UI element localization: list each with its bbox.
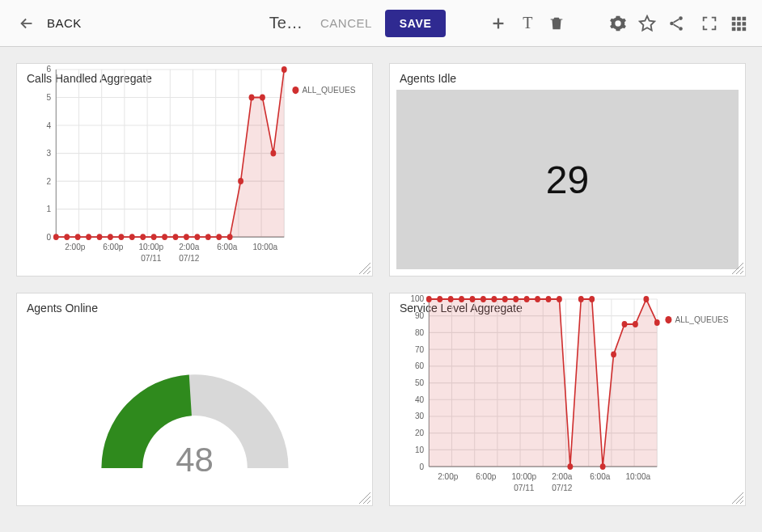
gear-icon[interactable] — [609, 15, 627, 32]
grid-icon[interactable] — [730, 15, 747, 32]
svg-point-118 — [557, 296, 562, 302]
svg-point-45 — [118, 234, 124, 240]
singlestat-area: 29 — [396, 90, 739, 269]
svg-point-55 — [227, 234, 233, 240]
save-button[interactable]: SAVE — [385, 10, 447, 37]
svg-point-111 — [480, 296, 486, 302]
resize-handle-icon[interactable] — [358, 491, 370, 504]
svg-point-2 — [679, 27, 684, 31]
svg-point-56 — [238, 178, 243, 184]
svg-rect-11 — [743, 27, 747, 31]
dashboard-grid: Calls Handled Aggregate 01234562:00p6:00… — [0, 47, 762, 522]
resize-handle-icon[interactable] — [730, 261, 743, 274]
svg-rect-10 — [737, 27, 741, 31]
svg-point-107 — [437, 296, 442, 302]
svg-text:07/12: 07/12 — [552, 483, 572, 493]
singlestat-value: 29 — [546, 158, 589, 202]
svg-point-52 — [194, 234, 200, 240]
svg-text:2:00a: 2:00a — [179, 242, 200, 252]
back-button[interactable]: BACK — [18, 15, 82, 32]
resize-handle-icon[interactable] — [358, 261, 370, 274]
svg-point-115 — [524, 296, 530, 302]
svg-point-125 — [633, 321, 638, 327]
svg-point-42 — [86, 234, 91, 240]
svg-point-49 — [162, 234, 167, 240]
svg-point-69 — [292, 87, 298, 94]
share-icon[interactable] — [667, 15, 685, 32]
svg-text:2:00p: 2:00p — [438, 471, 458, 482]
plus-icon[interactable] — [489, 15, 507, 32]
svg-text:20: 20 — [415, 427, 424, 437]
svg-text:90: 90 — [415, 310, 424, 320]
svg-text:10:00a: 10:00a — [625, 471, 651, 482]
svg-point-60 — [282, 66, 287, 73]
svg-point-116 — [535, 296, 540, 302]
card-service-level[interactable]: Service Level Aggregate 0102030405060708… — [389, 293, 746, 506]
svg-rect-6 — [732, 22, 736, 26]
resize-handle-icon[interactable] — [730, 491, 743, 504]
insert-tools: T — [489, 15, 565, 32]
svg-text:80: 80 — [415, 327, 424, 337]
svg-point-47 — [140, 234, 146, 240]
svg-rect-8 — [743, 22, 747, 26]
svg-point-46 — [129, 234, 135, 240]
svg-text:10: 10 — [415, 444, 424, 454]
svg-text:10:00p: 10:00p — [511, 471, 536, 482]
svg-rect-7 — [737, 22, 741, 26]
svg-point-119 — [567, 463, 573, 470]
svg-point-112 — [491, 296, 497, 302]
svg-point-120 — [578, 296, 584, 302]
svg-point-117 — [546, 296, 552, 302]
svg-point-106 — [426, 296, 432, 302]
svg-text:10:00p: 10:00p — [138, 242, 163, 252]
svg-text:50: 50 — [415, 377, 424, 387]
svg-text:5: 5 — [47, 91, 52, 102]
svg-text:07/12: 07/12 — [179, 253, 199, 264]
svg-point-59 — [270, 150, 276, 157]
svg-text:10:00a: 10:00a — [252, 242, 278, 252]
cancel-button[interactable]: CANCEL — [312, 11, 380, 35]
svg-text:6: 6 — [47, 64, 52, 74]
svg-point-50 — [173, 234, 179, 240]
title-truncated: Te… — [269, 14, 303, 32]
fullscreen-icon[interactable] — [701, 15, 718, 32]
svg-point-41 — [75, 234, 81, 240]
svg-point-51 — [184, 234, 189, 240]
card-agents-idle[interactable]: Agents Idle 29 — [389, 63, 746, 277]
svg-point-54 — [216, 234, 222, 240]
svg-point-113 — [502, 296, 508, 302]
star-icon[interactable] — [638, 15, 656, 32]
svg-text:ALL_QUEUES: ALL_QUEUES — [302, 84, 355, 95]
chart-area: 01020304050607080901002:00p6:00p10:00p07… — [396, 293, 739, 500]
svg-point-121 — [589, 296, 595, 302]
svg-point-0 — [679, 16, 684, 20]
back-label: BACK — [47, 16, 82, 30]
svg-text:2:00a: 2:00a — [552, 471, 573, 482]
card-agents-online[interactable]: Agents Online 48 — [16, 293, 373, 506]
svg-rect-3 — [732, 16, 736, 20]
trash-icon[interactable] — [548, 15, 565, 32]
card-calls-handled[interactable]: Calls Handled Aggregate 01234562:00p6:00… — [16, 63, 373, 277]
gauge-value: 48 — [176, 441, 214, 479]
svg-point-44 — [108, 234, 113, 240]
svg-text:6:00p: 6:00p — [103, 242, 123, 252]
gauge: 48 — [17, 319, 372, 505]
svg-text:0: 0 — [47, 231, 52, 242]
svg-point-126 — [643, 296, 649, 302]
svg-text:0: 0 — [420, 461, 425, 471]
svg-text:4: 4 — [47, 120, 52, 130]
chart-area: 01234562:00p6:00p10:00p07/112:00a07/126:… — [23, 64, 366, 271]
svg-point-48 — [151, 234, 157, 240]
svg-text:30: 30 — [415, 411, 424, 421]
svg-text:2:00p: 2:00p — [65, 242, 85, 252]
svg-point-43 — [97, 234, 103, 240]
text-icon[interactable]: T — [519, 15, 536, 32]
svg-rect-9 — [732, 27, 736, 31]
svg-point-40 — [64, 234, 70, 240]
svg-point-122 — [600, 463, 606, 470]
card-title: Agents Idle — [390, 64, 745, 90]
svg-text:2: 2 — [47, 175, 52, 186]
svg-point-114 — [513, 296, 519, 302]
svg-text:60: 60 — [415, 361, 424, 371]
svg-point-127 — [654, 319, 660, 326]
